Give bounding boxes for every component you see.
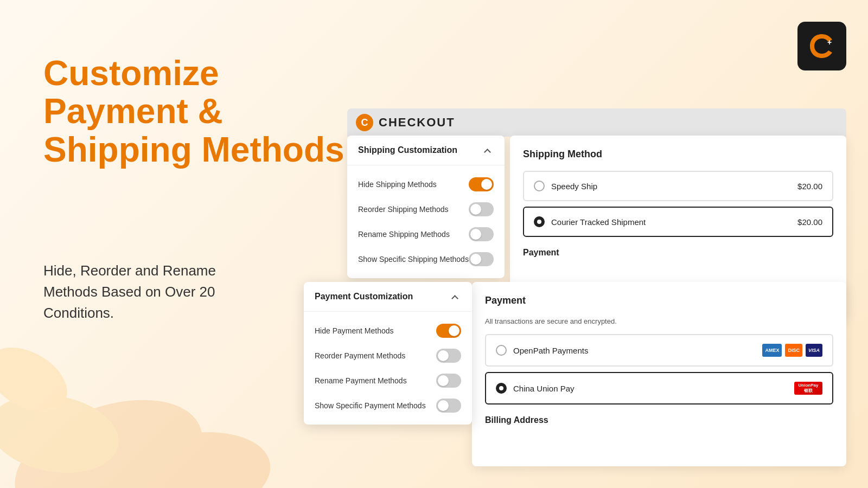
shipping-name-2: Courier Tracked Shipment <box>551 217 646 227</box>
svg-point-0 <box>0 376 219 488</box>
radio-courier[interactable] <box>534 216 545 227</box>
hide-shipping-toggle[interactable] <box>469 177 494 191</box>
show-specific-payment-label: Show Specific Payment Methods <box>315 401 436 410</box>
logo-icon: + <box>806 30 838 62</box>
radio-unionpay[interactable] <box>496 383 507 394</box>
visa-badge: VISA <box>806 344 822 357</box>
shipping-option-1-left: Speedy Ship <box>534 181 597 191</box>
payment-panel-title: Payment Customization <box>315 292 413 301</box>
hero-title: Customize Payment & Shipping Methods <box>43 54 344 169</box>
checkout-title: CHECKOUT <box>379 115 455 130</box>
hide-shipping-label: Hide Shipping Methods <box>358 180 469 189</box>
radio-speedy-ship[interactable] <box>534 181 545 191</box>
payment-panel-collapse-icon[interactable] <box>451 292 461 301</box>
hide-payment-toggle[interactable] <box>436 324 461 338</box>
reorder-shipping-label: Reorder Shipping Methods <box>358 205 469 214</box>
hero-subtitle: Hide, Reorder and Rename Methods Based o… <box>43 260 250 324</box>
discover-badge: DISC <box>785 344 802 357</box>
payment-method-panel: Payment All transactions are secure and … <box>472 282 846 466</box>
payment-row-rename: Rename Payment Methods <box>304 368 472 393</box>
svg-point-3 <box>0 335 78 425</box>
checkout-logo-icon: C <box>356 114 373 131</box>
payment-option-openpath[interactable]: OpenPath Payments AMEX DISC VISA <box>485 334 833 367</box>
shipping-option-2[interactable]: Courier Tracked Shipment $20.00 <box>523 207 833 237</box>
ui-demo-area: C CHECKOUT Shipping Method Speedy Ship $… <box>304 108 846 477</box>
shipping-panel-header: Shipping Customization <box>347 136 505 165</box>
checkout-bar: C CHECKOUT <box>347 108 846 137</box>
payment-name-openpath: OpenPath Payments <box>513 346 588 355</box>
payment-row-show-specific: Show Specific Payment Methods <box>304 393 472 418</box>
svg-point-2 <box>102 420 271 488</box>
payment-panel-header: Payment Customization <box>304 282 472 312</box>
amex-badge: AMEX <box>762 344 782 357</box>
reorder-payment-thumb <box>438 350 449 361</box>
payment-row-hide: Hide Payment Methods <box>304 318 472 343</box>
reorder-payment-label: Reorder Payment Methods <box>315 351 436 360</box>
show-specific-shipping-thumb <box>470 254 481 265</box>
rename-shipping-toggle[interactable] <box>469 227 494 241</box>
hero-title-line3: Shipping Methods <box>43 131 344 169</box>
shipping-price-1: $20.00 <box>797 182 822 191</box>
rename-payment-toggle[interactable] <box>436 374 461 388</box>
shipping-row-show-specific: Show Specific Shipping Methods <box>347 247 505 272</box>
svg-text:+: + <box>827 38 832 47</box>
radio-openpath[interactable] <box>496 345 507 356</box>
hero-title-line1: Customize <box>43 54 344 92</box>
payment-unionpay-left: China Union Pay <box>496 383 575 394</box>
show-specific-payment-toggle[interactable] <box>436 399 461 413</box>
rename-shipping-label: Rename Shipping Methods <box>358 230 469 239</box>
svg-point-1 <box>0 385 125 483</box>
show-specific-shipping-label: Show Specific Shipping Methods <box>358 255 469 264</box>
payment-openpath-left: OpenPath Payments <box>496 345 588 356</box>
hide-payment-thumb <box>449 325 459 336</box>
billing-section-label: Billing Address <box>485 415 833 425</box>
rename-payment-label: Rename Payment Methods <box>315 376 436 385</box>
shipping-row-reorder: Reorder Shipping Methods <box>347 197 505 222</box>
show-specific-shipping-toggle[interactable] <box>469 252 494 266</box>
shipping-option-2-left: Courier Tracked Shipment <box>534 216 646 227</box>
hide-shipping-thumb <box>481 179 492 190</box>
unionpay-badge: UnionPay 银联 <box>794 382 822 395</box>
shipping-customization-panel: Shipping Customization Hide Shipping Met… <box>347 136 505 278</box>
reorder-shipping-thumb <box>470 204 481 215</box>
payment-method-title: Payment <box>485 295 833 306</box>
show-specific-payment-thumb <box>438 400 449 411</box>
shipping-row-hide: Hide Shipping Methods <box>347 172 505 197</box>
hide-payment-label: Hide Payment Methods <box>315 326 436 335</box>
reorder-payment-toggle[interactable] <box>436 349 461 363</box>
openpath-card-badges: AMEX DISC VISA <box>762 344 822 357</box>
payment-row-reorder: Reorder Payment Methods <box>304 343 472 368</box>
shipping-name-1: Speedy Ship <box>551 182 597 191</box>
payment-customization-panel: Payment Customization Hide Payment Metho… <box>304 282 472 425</box>
hero-section: Customize Payment & Shipping Methods <box>43 54 344 169</box>
unionpay-badges: UnionPay 银联 <box>794 382 822 395</box>
rename-shipping-thumb <box>470 229 481 240</box>
payment-secure-text: All transactions are secure and encrypte… <box>485 317 833 325</box>
shipping-row-rename: Rename Shipping Methods <box>347 222 505 247</box>
shipping-option-1[interactable]: Speedy Ship $20.00 <box>523 171 833 201</box>
payment-section-label: Payment <box>523 248 833 258</box>
payment-option-unionpay[interactable]: China Union Pay UnionPay 银联 <box>485 372 833 404</box>
shipping-method-title: Shipping Method <box>523 149 833 160</box>
shipping-panel-body: Hide Shipping Methods Reorder Shipping M… <box>347 165 505 278</box>
payment-panel-body: Hide Payment Methods Reorder Payment Met… <box>304 312 472 425</box>
shipping-price-2: $20.00 <box>797 217 822 227</box>
shipping-panel-collapse-icon[interactable] <box>484 145 494 155</box>
app-logo: + <box>797 22 846 70</box>
reorder-shipping-toggle[interactable] <box>469 202 494 216</box>
payment-name-unionpay: China Union Pay <box>513 384 575 393</box>
shipping-panel-title: Shipping Customization <box>358 145 457 155</box>
hero-title-line2: Payment & <box>43 92 344 130</box>
rename-payment-thumb <box>438 375 449 386</box>
